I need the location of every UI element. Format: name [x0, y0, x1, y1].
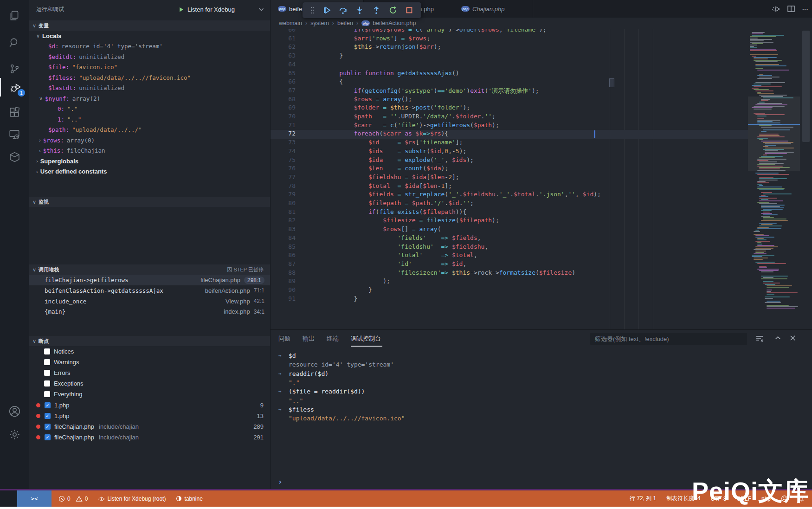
activity-account-icon[interactable]	[0, 402, 29, 420]
variable-row[interactable]: 0:"."	[29, 104, 78, 114]
editor-scrollbar[interactable]	[802, 31, 810, 142]
maximize-panel-icon[interactable]	[774, 335, 781, 341]
close-panel-icon[interactable]	[789, 335, 796, 341]
breadcrumb-item[interactable]: system	[310, 20, 329, 26]
checkbox-checked-icon[interactable]: ✓	[45, 434, 51, 440]
code-line[interactable]: 64	[271, 61, 748, 70]
minimap[interactable]	[748, 29, 800, 329]
step-over-icon[interactable]	[338, 6, 348, 15]
code-line[interactable]: 63 }	[271, 52, 748, 61]
code-line[interactable]: 79 $fields = str_replace('_'.$fieldshu.'…	[271, 191, 748, 200]
code-line[interactable]: 88 'filesizecn'=> $this->rock->formatsiz…	[271, 269, 748, 278]
variable-row[interactable]: $filess:"upload/data/../..//favicon.ico"	[29, 72, 191, 83]
debug-status[interactable]: Listen for Xdebug (root)	[98, 490, 166, 507]
breakpoints-section-header[interactable]: ∨断点	[29, 336, 270, 346]
split-editor-icon[interactable]	[787, 5, 795, 13]
code-line[interactable]: 74 $ids = substr($id,0,-5);	[271, 148, 748, 156]
activity-extensions-icon[interactable]	[0, 103, 29, 122]
minimap-viewport[interactable]	[748, 97, 800, 171]
debug-launch-select[interactable]: Listen for Xdebug	[178, 6, 235, 13]
checkbox-icon[interactable]	[44, 380, 50, 387]
breakpoint-option-notices[interactable]: Notices	[29, 346, 270, 357]
problems-status[interactable]: 0 0	[58, 490, 88, 507]
panel-tab[interactable]: 问题	[278, 335, 290, 343]
code-line[interactable]: 78 $total = $ida[$len-1];	[271, 182, 748, 191]
console-input-row[interactable]: →($file = readdir($d))	[271, 388, 812, 397]
console-input-row[interactable]: →readdir($d)	[271, 370, 812, 379]
code-line[interactable]: 60 if($rows)$rows = c('array')->order($r…	[271, 29, 748, 35]
callstack-frame[interactable]: fileChajian->getfilerowsfileChajian.php2…	[29, 275, 270, 285]
filter-icon[interactable]	[755, 335, 764, 342]
launch-config-label[interactable]: Listen for Xdebug	[187, 6, 235, 13]
debug-run-icon[interactable]	[772, 5, 780, 13]
watch-section-header[interactable]: ∨监视	[29, 197, 270, 207]
breadcrumb-item[interactable]: beifen	[337, 20, 353, 26]
variables-section-header[interactable]: ∨变量	[29, 20, 270, 31]
callstack-section-header[interactable]: ∨调用堆栈 因 STEP 已暂停	[29, 264, 270, 275]
activity-search-icon[interactable]	[0, 33, 29, 52]
variable-row[interactable]: $d:resource id='4' type='stream'	[29, 41, 163, 52]
console-filter-input[interactable]: 筛选器(例如 text、!exclude)	[590, 333, 747, 345]
restart-icon[interactable]	[388, 6, 398, 15]
code-area[interactable]: 60 if($rows)$rows = c('array')->order($r…	[271, 29, 748, 329]
variable-row[interactable]: ›$this:fileChajian	[29, 146, 105, 156]
callstack-frame[interactable]: include_onceView.php42:1	[29, 296, 270, 307]
variable-row[interactable]: ∨$nyunf:array(2)	[29, 93, 100, 103]
continue-icon[interactable]	[322, 6, 331, 15]
variables-group-row[interactable]: ›User defined constants	[29, 167, 107, 177]
activity-settings-gear-icon[interactable]	[0, 425, 29, 444]
activity-package-icon[interactable]	[0, 148, 29, 166]
console-input-row[interactable]: →$d	[271, 352, 812, 361]
activity-source-control-icon[interactable]	[0, 59, 29, 78]
code-line[interactable]: 70 $path = ''.UPDIR.'/data/'.$folder.'';	[271, 113, 748, 122]
breadcrumb-item[interactable]: beifenAction.php	[373, 20, 416, 26]
code-line[interactable]: 72 foreach($carr as $k=>$rs){	[271, 130, 748, 139]
start-debug-icon[interactable]	[178, 6, 184, 13]
code-line[interactable]: 80 $filepath = $path.'/'.$id.'';	[271, 200, 748, 208]
checkbox-icon[interactable]	[44, 348, 50, 354]
drag-grip-icon[interactable]	[310, 6, 315, 15]
code-line[interactable]: 85 'fieldshu' => $fieldshu,	[271, 243, 748, 252]
code-line[interactable]: 62 $this->returnjson($arr);	[271, 43, 748, 52]
breakpoint-row[interactable]: ✓1.php9	[29, 400, 270, 411]
checkbox-icon[interactable]	[44, 370, 50, 376]
code-line[interactable]: 73 $id = $rs['filename'];	[271, 139, 748, 148]
code-line[interactable]: 71 $carr = c('file')->getfilerows($path)…	[271, 122, 748, 130]
console-input-row[interactable]: →$filess	[271, 406, 812, 415]
chevron-down-icon[interactable]	[258, 6, 264, 13]
editor-tab[interactable]: phpChajian.php	[454, 0, 533, 18]
variable-row[interactable]: 1:".."	[29, 114, 81, 124]
breakpoint-option-errors[interactable]: Errors	[29, 367, 270, 378]
code-line[interactable]: 69 $folder = $this->post('folder');	[271, 104, 748, 113]
editor-more-icon[interactable]: ···	[802, 6, 808, 13]
breakpoint-row[interactable]: ✓fileChajian.phpinclude/chajian289	[29, 421, 270, 432]
stop-icon[interactable]	[405, 6, 414, 15]
code-line[interactable]: 67 if(getconfig('systype')=='demo')exit(…	[271, 87, 748, 96]
code-line[interactable]: 90 }	[271, 286, 748, 295]
activity-remote-explorer-icon[interactable]	[0, 125, 29, 144]
variable-row[interactable]: $lastdt:uninitialized	[29, 83, 124, 93]
code-line[interactable]: 68 $rows = array();	[271, 96, 748, 104]
console-input-prompt[interactable]: ›	[278, 477, 283, 486]
code-line[interactable]: 87 'id' => $id,	[271, 260, 748, 269]
breakpoint-option-exceptions[interactable]: Exceptions	[29, 378, 270, 389]
code-line[interactable]: 91 }	[271, 295, 748, 304]
code-line[interactable]: 89 );	[271, 277, 748, 286]
breakpoint-option-warnings[interactable]: Warnings	[29, 357, 270, 367]
checkbox-icon[interactable]	[44, 359, 50, 365]
checkbox-icon[interactable]	[44, 391, 50, 397]
breadcrumb[interactable]: webmain›system›beifen›phpbeifenAction.ph…	[271, 18, 812, 29]
code-line[interactable]: 81 if(file_exists($filepath)){	[271, 208, 748, 217]
code-line[interactable]: 86 'total' => $total,	[271, 251, 748, 260]
variable-row[interactable]: ›$rows:array(0)	[29, 135, 95, 145]
code-line[interactable]: 76 $len = count($ida);	[271, 165, 748, 174]
breakpoint-option-everything[interactable]: Everything	[29, 389, 270, 399]
checkbox-checked-icon[interactable]: ✓	[45, 413, 51, 419]
code-line[interactable]: 65 public function getdatsssssAjax()	[271, 70, 748, 78]
callstack-frame[interactable]: {main}index.php34:1	[29, 306, 270, 317]
variable-row[interactable]: $file:"favicon.ico"	[29, 62, 117, 72]
variables-scope-locals[interactable]: ∨Locals	[29, 31, 61, 41]
code-line[interactable]: 84 'fields' => $fields,	[271, 234, 748, 243]
variables-group-row[interactable]: ›Superglobals	[29, 156, 78, 166]
code-line[interactable]: 75 $ida = explode('_', $ids);	[271, 156, 748, 165]
